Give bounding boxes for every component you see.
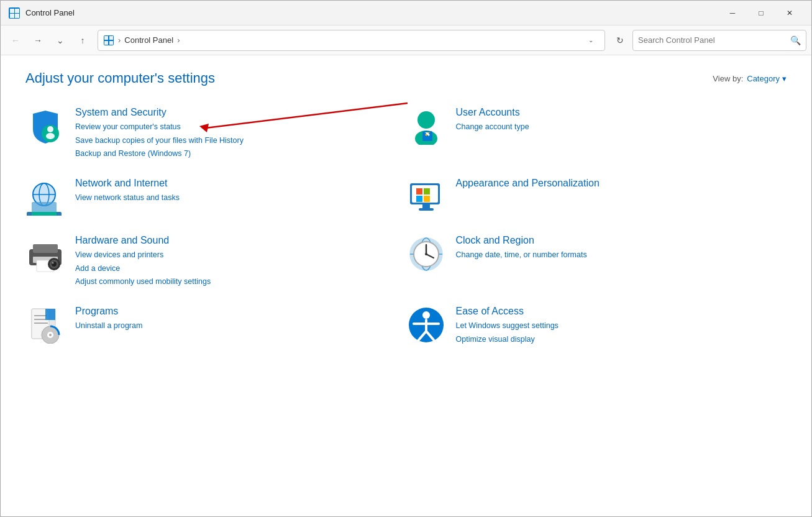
main-content: Adjust your computer's settings View by:… <box>1 55 811 516</box>
clock-region-icon <box>406 234 446 274</box>
categories-area: System and Security Review your computer… <box>25 106 787 345</box>
address-separator: › <box>118 35 121 45</box>
recent-locations-button[interactable]: ⌄ <box>50 30 70 50</box>
svg-rect-1 <box>10 9 14 13</box>
maximize-button[interactable]: □ <box>747 3 775 23</box>
search-input[interactable] <box>638 35 790 45</box>
network-internet-title[interactable]: Network and Internet <box>75 177 180 190</box>
category-item-ease-of-access[interactable]: Ease of Access Let Windows suggest setti… <box>406 305 787 345</box>
control-panel-window: Control Panel ─ □ ✕ ← → ⌄ ↑ › Adjust you… <box>0 0 812 517</box>
view-by-control: View by: Category ▾ <box>713 74 787 83</box>
svg-point-43 <box>52 262 54 264</box>
appearance-title[interactable]: Appearance and Personalization <box>456 177 600 190</box>
address-box[interactable]: › Adjust your computer's settings Contro… <box>98 30 605 51</box>
close-button[interactable]: ✕ <box>775 3 804 23</box>
up-button[interactable]: ↑ <box>73 30 93 50</box>
svg-point-61 <box>422 311 430 319</box>
ease-of-access-text: Ease of Access Let Windows suggest setti… <box>456 305 559 345</box>
ease-of-access-title[interactable]: Ease of Access <box>456 305 559 318</box>
address-bar: ← → ⌄ ↑ › Adjust your computer's setting… <box>1 25 811 55</box>
programs-link-1[interactable]: Uninstall a program <box>75 320 142 332</box>
system-security-text: System and Security Review your computer… <box>75 106 244 160</box>
address-path: › Adjust your computer's settings Contro… <box>103 35 582 46</box>
system-security-title[interactable]: System and Security <box>75 106 244 119</box>
svg-rect-34 <box>422 204 430 208</box>
hardware-sound-link-2[interactable]: Add a device <box>75 263 211 275</box>
appearance-text: Appearance and Personalization <box>456 177 600 190</box>
svg-rect-4 <box>15 14 19 18</box>
window-title: Control Panel <box>25 8 718 17</box>
view-by-value-text: Category <box>747 74 780 83</box>
ease-of-access-link-2[interactable]: Optimize visual display <box>456 334 559 345</box>
svg-rect-30 <box>416 188 422 194</box>
ease-of-access-link-1[interactable]: Let Windows suggest settings <box>456 320 559 332</box>
user-accounts-icon <box>406 106 446 146</box>
address-separator2: › <box>177 35 180 45</box>
user-accounts-link-1[interactable]: Change account type <box>456 121 529 133</box>
address-dropdown-button[interactable]: ⌄ <box>582 32 600 49</box>
svg-rect-2 <box>15 9 19 13</box>
view-by-dropdown[interactable]: Category ▾ <box>747 74 787 83</box>
window-controls: ─ □ ✕ <box>718 3 804 23</box>
view-by-label: View by: <box>713 74 743 83</box>
clock-region-title[interactable]: Clock and Region <box>456 234 587 247</box>
svg-rect-32 <box>416 196 422 202</box>
system-security-link-2[interactable]: Save backup copies of your files with Fi… <box>75 135 244 147</box>
programs-icon <box>25 305 65 345</box>
svg-rect-9 <box>109 41 113 45</box>
page-title: Adjust your computer's settings <box>25 70 215 86</box>
ease-of-access-icon <box>406 305 446 345</box>
category-item-appearance[interactable]: Appearance and Personalization <box>406 177 787 217</box>
user-accounts-title[interactable]: User Accounts <box>456 106 529 119</box>
title-bar: Control Panel ─ □ ✕ <box>1 1 811 25</box>
svg-rect-35 <box>419 208 434 211</box>
back-button[interactable]: ← <box>6 30 25 50</box>
category-item-clock-region[interactable]: Clock and Region Change date, time, or n… <box>406 234 787 288</box>
svg-point-14 <box>47 126 53 132</box>
system-security-link-1[interactable]: Review your computer's status <box>75 121 244 133</box>
system-security-link-3[interactable]: Backup and Restore (Windows 7) <box>75 148 244 160</box>
hardware-sound-icon <box>25 234 65 274</box>
search-icon[interactable]: 🔍 <box>790 35 801 45</box>
svg-rect-6 <box>104 36 108 40</box>
refresh-button[interactable]: ↻ <box>610 30 630 50</box>
network-internet-icon <box>25 177 65 217</box>
programs-text: Programs Uninstall a program <box>75 305 142 332</box>
category-item-system-security[interactable]: System and Security Review your computer… <box>25 106 406 160</box>
svg-rect-53 <box>34 315 47 316</box>
system-security-icon <box>25 106 65 146</box>
svg-rect-31 <box>424 188 430 194</box>
category-item-user-accounts[interactable]: User Accounts Change account type <box>406 106 787 160</box>
svg-rect-55 <box>34 323 48 324</box>
hardware-sound-title[interactable]: Hardware and Sound <box>75 234 211 247</box>
user-accounts-text: User Accounts Change account type <box>456 106 529 133</box>
programs-title[interactable]: Programs <box>75 305 142 318</box>
forward-button[interactable]: → <box>28 30 48 50</box>
minimize-button[interactable]: ─ <box>718 3 747 23</box>
category-item-network-internet[interactable]: Network and Internet View network status… <box>25 177 406 217</box>
svg-rect-33 <box>424 196 430 202</box>
svg-rect-8 <box>104 41 108 45</box>
hardware-sound-link-1[interactable]: View devices and printers <box>75 249 211 261</box>
svg-point-15 <box>46 133 55 139</box>
svg-point-16 <box>417 111 435 129</box>
clock-region-link-1[interactable]: Change date, time, or number formats <box>456 249 587 261</box>
window-icon <box>8 7 21 19</box>
svg-point-59 <box>49 334 52 336</box>
hardware-sound-text: Hardware and Sound View devices and prin… <box>75 234 211 288</box>
categories-grid: System and Security Review your computer… <box>25 106 787 345</box>
svg-rect-56 <box>45 309 55 320</box>
svg-rect-27 <box>32 212 57 216</box>
page-header: Adjust your computer's settings View by:… <box>25 70 787 86</box>
search-box[interactable]: 🔍 <box>632 30 806 51</box>
view-by-chevron-icon: ▾ <box>782 74 787 83</box>
network-internet-link-1[interactable]: View network status and tasks <box>75 192 180 204</box>
clock-region-text: Clock and Region Change date, time, or n… <box>456 234 587 261</box>
svg-rect-3 <box>10 14 14 18</box>
category-item-hardware-sound[interactable]: Hardware and Sound View devices and prin… <box>25 234 406 288</box>
appearance-icon <box>406 177 446 217</box>
hardware-sound-link-3[interactable]: Adjust commonly used mobility settings <box>75 276 211 288</box>
category-item-programs[interactable]: Programs Uninstall a program <box>25 305 406 345</box>
svg-rect-7 <box>109 36 113 40</box>
svg-rect-37 <box>33 244 58 253</box>
